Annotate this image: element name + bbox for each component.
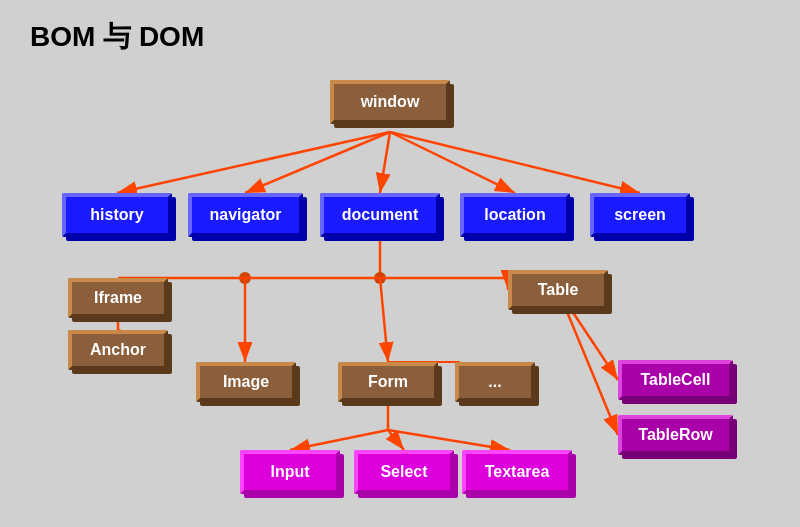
svg-line-26 — [558, 290, 618, 435]
navigator-node: navigator — [188, 193, 303, 237]
anchor-node: Anchor — [68, 330, 168, 370]
svg-point-9 — [374, 272, 386, 284]
textarea-node: Textarea — [462, 450, 572, 494]
svg-line-23 — [388, 430, 404, 450]
ellipsis-node: ... — [455, 362, 535, 402]
select-node: Select — [354, 450, 454, 494]
page-title: BOM 与 DOM — [30, 18, 204, 56]
screen-node: screen — [590, 193, 690, 237]
input-node: Input — [240, 450, 340, 494]
svg-point-8 — [239, 272, 251, 284]
tablecell-node: TableCell — [618, 360, 733, 400]
form-node: Form — [338, 362, 438, 402]
svg-line-3 — [245, 132, 390, 193]
window-node: window — [330, 80, 450, 124]
svg-line-4 — [380, 132, 390, 193]
svg-line-2 — [117, 132, 390, 193]
svg-line-24 — [388, 430, 510, 450]
svg-line-5 — [390, 132, 515, 193]
tablerow-node: TableRow — [618, 415, 733, 455]
svg-line-16 — [380, 278, 388, 362]
history-node: history — [62, 193, 172, 237]
table-node: Table — [508, 270, 608, 310]
svg-line-6 — [390, 132, 640, 193]
document-node: document — [320, 193, 440, 237]
iframe-node: Iframe — [68, 278, 168, 318]
image-node: Image — [196, 362, 296, 402]
location-node: location — [460, 193, 570, 237]
svg-line-22 — [290, 430, 388, 450]
